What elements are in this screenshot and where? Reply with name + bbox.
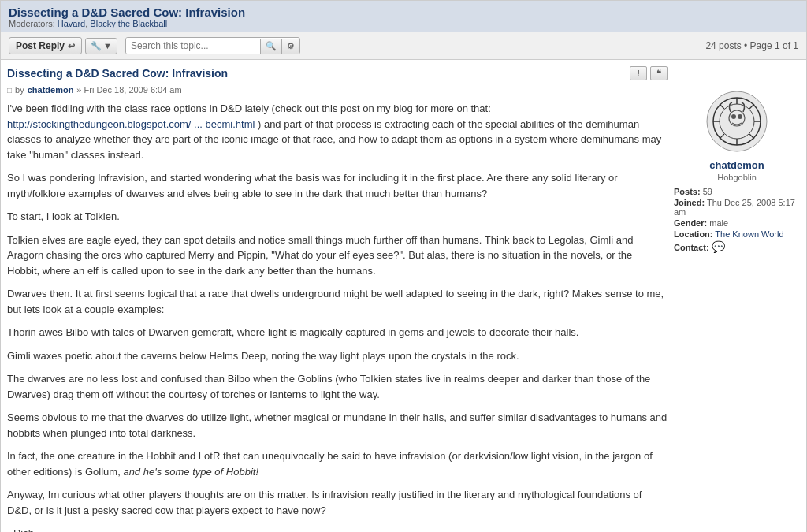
location-label: Location: bbox=[674, 229, 713, 239]
posts-label: Posts: bbox=[674, 187, 701, 196]
search-icon: 🔍 bbox=[266, 41, 277, 50]
post-topic-title-text: Dissecting a D&D Sacred Cow: Infravision bbox=[7, 67, 228, 80]
para-6: Thorin awes Bilbo with tales of Dwarven … bbox=[7, 325, 668, 340]
moderators-line: Moderators: Havard, Blacky the Blackball bbox=[9, 19, 798, 28]
posts-row: Posts: 59 bbox=[674, 187, 800, 196]
joined-row: Joined: Thu Dec 25, 2008 5:17 am bbox=[674, 198, 800, 217]
post-main: Dissecting a D&D Sacred Cow: Infravision… bbox=[7, 66, 668, 532]
search-button[interactable]: 🔍 bbox=[260, 39, 281, 54]
pagination-info: 24 posts • Page 1 of 1 bbox=[705, 40, 798, 51]
post-topic-title-row: Dissecting a D&D Sacred Cow: Infravision… bbox=[7, 66, 668, 80]
post-icon: □ bbox=[7, 86, 12, 95]
post-reply-label: Post Reply bbox=[16, 40, 65, 51]
contact-label: Contact: bbox=[674, 243, 709, 252]
settings-icon: ⚙ bbox=[287, 41, 295, 50]
search-box: 🔍 ⚙ bbox=[125, 37, 300, 54]
wrench-icon: 🔧 bbox=[91, 41, 102, 51]
tools-button[interactable]: 🔧 ▼ bbox=[85, 38, 117, 54]
contact-icon[interactable]: 💬 bbox=[712, 240, 725, 253]
avatar-container bbox=[705, 90, 768, 153]
sidebar-rank: Hobgoblin bbox=[717, 173, 757, 182]
post-date: » Fri Dec 18, 2009 6:04 am bbox=[76, 85, 181, 95]
para-9: Seems obvious to me that the dwarves do … bbox=[7, 410, 668, 441]
quote-icon: ❝ bbox=[656, 69, 661, 79]
contact-row: Contact: 💬 bbox=[674, 240, 800, 253]
exclamation-icon: ! bbox=[637, 69, 640, 78]
joined-label: Joined: bbox=[674, 198, 705, 207]
author-link[interactable]: chatdemon bbox=[28, 85, 74, 95]
moderators-label: Moderators: bbox=[9, 19, 55, 28]
svg-point-13 bbox=[738, 114, 742, 119]
page-wrapper: Dissecting a D&D Sacred Cow: Infravision… bbox=[0, 0, 807, 532]
para-1: I've been fiddling with the class race o… bbox=[7, 101, 668, 162]
quote-button[interactable]: ❝ bbox=[650, 66, 668, 80]
para-4: Tolkien elves are eagle eyed, they can s… bbox=[7, 233, 668, 279]
blog-link[interactable]: http://stockingthedungeon.blogspot.com/ … bbox=[7, 118, 255, 130]
moderator-havard[interactable]: Havard bbox=[58, 19, 85, 28]
para-10: In fact, the one creature in the Hobbit … bbox=[7, 448, 668, 479]
report-button[interactable]: ! bbox=[630, 66, 647, 80]
post-action-icons: ! ❝ bbox=[630, 66, 668, 80]
content-area: Dissecting a D&D Sacred Cow: Infravision… bbox=[1, 60, 806, 532]
post-body: I've been fiddling with the class race o… bbox=[7, 101, 668, 532]
page-header: Dissecting a D&D Sacred Cow: Infravision… bbox=[1, 1, 806, 32]
reply-arrow-icon: ↩ bbox=[68, 41, 75, 51]
gender-row: Gender: male bbox=[674, 218, 800, 228]
page-title-text: Dissecting a D&D Sacred Cow: Infravision bbox=[9, 6, 245, 19]
para-7: Gimli waxes poetic about the caverns bel… bbox=[7, 348, 668, 364]
posts-value: 59 bbox=[703, 187, 712, 196]
by-label: by bbox=[15, 85, 24, 95]
para-11: Anyway, Im curious what other players th… bbox=[7, 487, 668, 518]
user-info: Posts: 59 Joined: Thu Dec 25, 2008 5:17 … bbox=[674, 187, 800, 255]
post-meta: □ by chatdemon » Fri Dec 18, 2009 6:04 a… bbox=[7, 85, 668, 95]
toolbar: Post Reply ↩ 🔧 ▼ 🔍 ⚙ 24 posts • Page 1 o… bbox=[1, 32, 806, 60]
svg-point-12 bbox=[731, 114, 736, 119]
gender-value: male bbox=[709, 218, 728, 228]
location-link[interactable]: The Known World bbox=[715, 229, 783, 239]
page-title: Dissecting a D&D Sacred Cow: Infravision bbox=[9, 6, 798, 19]
search-input[interactable] bbox=[126, 38, 260, 54]
tools-arrow-icon: ▼ bbox=[103, 41, 112, 50]
para-3: To start, I look at Tolkien. bbox=[7, 209, 668, 225]
location-row: Location: The Known World bbox=[674, 229, 800, 239]
search-settings-button[interactable]: ⚙ bbox=[281, 39, 299, 54]
gender-label: Gender: bbox=[674, 218, 707, 228]
moderator-blacky[interactable]: Blacky the Blackball bbox=[90, 19, 167, 28]
sidebar-username[interactable]: chatdemon bbox=[709, 159, 764, 171]
para-2: So I was pondering Infravision, and star… bbox=[7, 170, 668, 201]
sidebar: chatdemon Hobgoblin Posts: 59 Joined: Th… bbox=[674, 66, 800, 532]
para-signature: - Rich bbox=[7, 526, 668, 532]
avatar bbox=[705, 90, 768, 153]
post-reply-button[interactable]: Post Reply ↩ bbox=[9, 37, 82, 54]
para-8: The dwarves are no less lost and confuse… bbox=[7, 371, 668, 402]
para-5: Dwarves then. It at first seems logical … bbox=[7, 286, 668, 317]
